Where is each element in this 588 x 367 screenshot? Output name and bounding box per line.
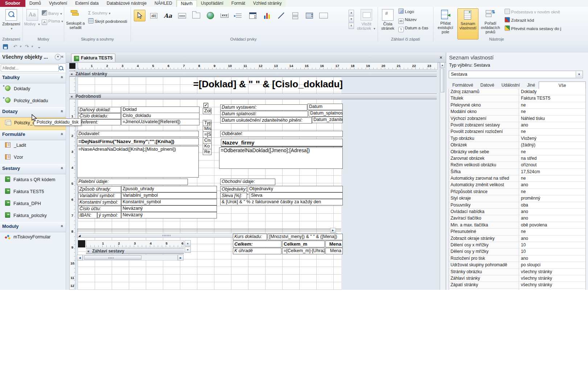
logo-button[interactable]: Logo [398, 8, 414, 14]
nav-section-header[interactable]: «Formuláře [0, 130, 66, 140]
property-value[interactable]: ne [519, 229, 585, 235]
property-row[interactable]: Záhlaví stránkyvšechny stránky [449, 275, 585, 282]
search-icon[interactable] [59, 66, 63, 70]
sidebar-item[interactable]: Polozky_dokladu [0, 95, 66, 107]
textbox-tool-icon[interactable]: ab| [148, 10, 160, 21]
scroll-up-icon[interactable]: ▲ [349, 10, 354, 16]
tab-control-tool-icon[interactable] [190, 10, 202, 21]
property-row[interactable]: Dělení osy y mřížky10 [449, 249, 585, 255]
v-scrollbar-thumb[interactable] [440, 68, 444, 92]
field-label[interactable]: Datum vystavení: [220, 104, 307, 110]
zobrazeni-button[interactable]: Zobrazení ▼ [1, 8, 21, 31]
property-row[interactable]: TitulekFaktura TEST5 [449, 95, 585, 102]
truncated-field[interactable]: Re [203, 149, 211, 155]
nazev-button[interactable]: abNázev [398, 17, 417, 22]
field-textbox[interactable]: Datum_zdanite [312, 117, 343, 123]
property-row[interactable]: Zarovnat obrázekna střed [449, 155, 585, 162]
field-label[interactable]: Kurs dokladu: [233, 234, 267, 240]
property-value[interactable]: oba [519, 202, 585, 208]
label-tool-icon[interactable]: Aa [162, 10, 174, 21]
chevron-up-icon[interactable]: « [60, 133, 65, 135]
property-row[interactable]: Zobrazit okraje stránkyano [449, 235, 585, 242]
sidebar-item[interactable]: Faktura s QR kódem [0, 174, 66, 186]
property-value[interactable]: Faktura TEST5 [519, 95, 585, 101]
field-label[interactable]: K úhradě [233, 248, 281, 254]
field-textbox[interactable]: & [Urok] & " % z fakturované částky za k… [220, 199, 343, 205]
field-label[interactable]: Referent: [78, 119, 121, 125]
field-label[interactable]: Sleva [%]: [220, 193, 247, 199]
property-value[interactable]: ano [519, 215, 585, 221]
select-tool-icon[interactable] [134, 10, 145, 21]
sidebar-item[interactable]: mTiskovyFormular [0, 232, 66, 244]
close-icon[interactable]: × [438, 55, 444, 61]
field-textbox[interactable]: Nevázaný [121, 205, 217, 212]
redo-icon[interactable]: ↷ [23, 43, 30, 50]
property-tab-vše[interactable]: Vše [539, 82, 586, 89]
field-textbox[interactable]: Datum [308, 104, 343, 110]
button-tool-icon[interactable]: xxxx [176, 10, 188, 21]
scroll-down-icon[interactable]: ▼ [185, 247, 191, 253]
field-textbox[interactable]: Mena [325, 241, 343, 247]
field-textbox[interactable]: Cislo_dokladu [121, 113, 200, 119]
property-value[interactable]: (žádný) [519, 142, 585, 148]
cisla-stranek-button[interactable]: # Čísla stránek [379, 8, 397, 30]
truncated-field[interactable]: Mis [203, 126, 211, 132]
property-row[interactable]: Přesunutelnéne [449, 229, 585, 235]
barvy-button[interactable]: Barvy▼ [42, 10, 62, 16]
tab-usporadani[interactable]: Uspořádání [197, 0, 227, 7]
truncated-field[interactable]: Ko [203, 143, 211, 149]
field-label[interactable]: Konstantní symbol: [78, 199, 121, 205]
shutter-close-icon[interactable]: « [61, 54, 63, 59]
field-textbox[interactable]: Variabilni_symbol [121, 192, 217, 199]
property-value[interactable]: 10 [519, 249, 585, 255]
ruler-origin-box[interactable] [69, 63, 75, 69]
field-label[interactable]: Datum uskutečnění zdanitelného plnění: [220, 117, 312, 124]
truncated-field[interactable]: Zob [203, 108, 211, 114]
sidebar-item[interactable]: _Ladit [0, 140, 66, 152]
property-value[interactable]: oříznout [519, 162, 585, 168]
list-box-tool-icon[interactable]: ▲▼ [304, 10, 315, 21]
tab-nahled[interactable]: NÁHLED [151, 0, 176, 7]
property-value[interactable]: ne [519, 175, 585, 182]
property-row[interactable]: Posuvníkyoba [449, 202, 585, 209]
hyperlink-tool-icon[interactable] [205, 10, 216, 21]
property-row[interactable]: Povolit zobrazení sestavyano [449, 122, 585, 129]
field-label[interactable]: Dodavatel: [77, 131, 199, 137]
property-value[interactable]: ano [519, 182, 585, 188]
property-row[interactable]: Automaticky změnit velikostano [449, 182, 585, 188]
pridat-pole-button[interactable]: ◀ Přidat existující pole [435, 8, 456, 34]
subreport-ruler[interactable]: 123456 [86, 240, 184, 247]
field-label[interactable]: Celkem: [233, 241, 281, 247]
podsestava-button[interactable]: Podsestava v novém okně [505, 9, 560, 14]
field-textbox[interactable]: =OdberatelNaDoklad([Jmeno];[Adresa]) [219, 147, 343, 169]
field-textbox[interactable]: Celkem_m [282, 241, 325, 247]
vlozit-obrazek-button[interactable]: Vložit obrázek ▼ [357, 8, 376, 31]
field-label[interactable]: Daňový doklad: [78, 107, 121, 113]
souhrny-button[interactable]: ΣSouhrny▼ [88, 10, 111, 16]
nav-section-header[interactable]: «Tabulky [0, 73, 66, 83]
field-textbox[interactable]: Konstantni_symbol [121, 199, 217, 205]
property-tab-událostní[interactable]: Událostní [498, 82, 523, 89]
property-row[interactable]: Dělení osy x mřížky10 [449, 242, 585, 249]
property-row[interactable]: Zavírací tlačítkoano [449, 215, 585, 222]
field-label[interactable]: Číslo účtu: [78, 206, 121, 212]
property-value[interactable]: 17,524cm [519, 169, 585, 175]
tab-navrh[interactable]: Návrh [177, 0, 197, 7]
chevron-up-icon[interactable]: « [60, 76, 65, 79]
insert-page-break-tool-icon[interactable]: ▶ [233, 10, 244, 21]
field-label[interactable]: Datum splatnosti: [220, 111, 308, 117]
line-tool-icon[interactable] [275, 10, 287, 21]
field-textbox[interactable]: Nevázaný [121, 212, 217, 218]
truncated-field[interactable]: Typ [203, 120, 211, 126]
property-value[interactable]: ne [519, 129, 585, 135]
field-label[interactable]: Obchodní údaje: [220, 179, 275, 185]
property-value[interactable]: ano [519, 255, 585, 262]
skryt-podrobnosti-button[interactable]: Skrýt podrobnosti [88, 18, 127, 24]
field-textbox[interactable]: Doklad [121, 107, 200, 113]
property-value[interactable]: proměnný [519, 195, 585, 201]
poradi-prvku-button[interactable]: ⇅ Pořadí ovládacích prvků [479, 8, 502, 34]
property-value[interactable]: ano [519, 209, 585, 215]
tab-domu[interactable]: Domů [25, 0, 45, 7]
field-label[interactable]: Číslo dokladu: [78, 113, 121, 119]
h-scrollbar-track[interactable] [83, 255, 178, 260]
